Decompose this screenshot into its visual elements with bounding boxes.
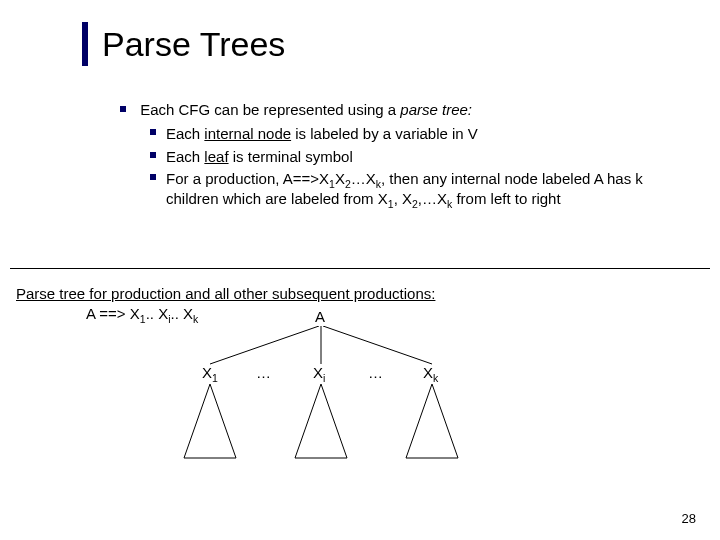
second-line-2: A ==> X1.. Xi.. Xk [86,304,435,324]
sub-bullet-2: Each leaf is terminal symbol [150,147,680,167]
svg-marker-5 [406,384,458,458]
tree-child-xi: Xi [313,364,325,381]
bullet-intro: Each CFG can be represented using a pars… [120,100,680,120]
parse-tree-diagram: A X1 … Xi … Xk [160,326,500,476]
slide-title: Parse Trees [102,22,285,66]
tree-root-edges [160,326,500,366]
bullet-square-icon [120,106,126,112]
tree-child-xk: Xk [423,364,438,381]
svg-marker-4 [295,384,347,458]
bullet-square-icon [150,129,156,135]
secondary-text-block: Parse tree for production and all other … [16,284,435,325]
tree-subtree-triangles [160,384,500,474]
sub-bullet-3-text: For a production, A==>X1X2…Xk, then any … [166,169,680,210]
slide-title-block: Parse Trees [82,22,285,66]
sub-bullet-1: Each internal node is labeled by a varia… [150,124,680,144]
svg-marker-3 [184,384,236,458]
second-line-1: Parse tree for production and all other … [16,284,435,304]
sub-bullet-2-text: Each leaf is terminal symbol [166,147,680,167]
svg-line-0 [210,326,319,364]
tree-root-label: A [315,308,325,325]
bullet-square-icon [150,174,156,180]
svg-line-2 [323,326,432,364]
sub-bullet-list: Each internal node is labeled by a varia… [150,124,680,209]
horizontal-divider [10,268,710,269]
tree-child-x1: X1 [202,364,218,381]
bullet-intro-text: Each CFG can be represented using a [140,101,400,118]
title-accent-bar [82,22,88,66]
sub-bullet-3: For a production, A==>X1X2…Xk, then any … [150,169,680,210]
bullet-square-icon [150,152,156,158]
main-bullet-block: Each CFG can be represented using a pars… [120,100,680,211]
tree-child-dots-2: … [368,364,383,381]
page-number: 28 [682,511,696,526]
bullet-intro-italic: parse tree: [400,101,472,118]
sub-bullet-1-text: Each internal node is labeled by a varia… [166,124,680,144]
tree-child-dots-1: … [256,364,271,381]
